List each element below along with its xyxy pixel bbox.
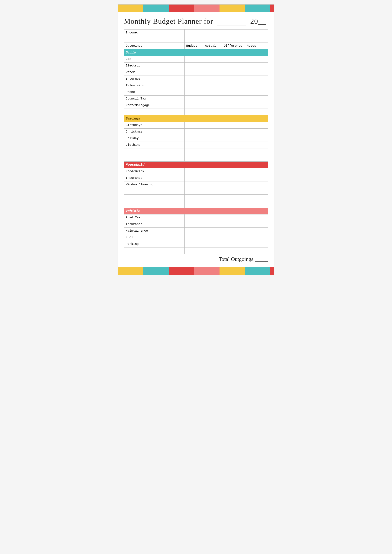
notes-cell[interactable] — [245, 241, 268, 248]
notes-cell[interactable] — [245, 201, 268, 208]
diff-cell[interactable] — [222, 102, 245, 109]
diff-cell[interactable] — [222, 228, 245, 234]
notes-cell[interactable] — [245, 228, 268, 234]
actual-cell[interactable] — [203, 63, 222, 69]
notes-cell[interactable] — [245, 56, 268, 63]
budget-cell[interactable] — [184, 89, 203, 96]
actual-cell[interactable] — [203, 69, 222, 76]
notes-cell[interactable] — [245, 102, 268, 109]
diff-cell[interactable] — [222, 82, 245, 89]
diff-cell[interactable] — [222, 122, 245, 128]
diff-cell[interactable] — [222, 214, 245, 221]
notes-cell[interactable] — [245, 135, 268, 142]
budget-cell[interactable] — [184, 122, 203, 128]
actual-cell[interactable] — [203, 82, 222, 89]
budget-cell[interactable] — [184, 135, 203, 142]
notes-cell[interactable] — [245, 76, 268, 82]
budget-cell[interactable] — [184, 63, 203, 69]
notes-cell[interactable] — [245, 149, 268, 155]
diff-cell[interactable] — [222, 109, 245, 115]
notes-cell[interactable] — [245, 82, 268, 89]
diff-cell[interactable] — [222, 181, 245, 188]
diff-cell[interactable] — [222, 142, 245, 149]
notes-cell[interactable] — [245, 63, 268, 69]
diff-cell[interactable] — [222, 56, 245, 63]
month-underline[interactable] — [217, 17, 246, 26]
actual-cell[interactable] — [203, 228, 222, 234]
budget-cell[interactable] — [184, 76, 203, 82]
actual-cell[interactable] — [203, 234, 222, 241]
budget-cell[interactable] — [184, 234, 203, 241]
diff-cell[interactable] — [222, 221, 245, 228]
income-diff-cell[interactable] — [222, 29, 245, 36]
actual-cell[interactable] — [203, 241, 222, 248]
actual-cell[interactable] — [203, 155, 222, 162]
notes-cell[interactable] — [245, 122, 268, 128]
budget-cell[interactable] — [184, 69, 203, 76]
diff-cell[interactable] — [222, 175, 245, 181]
actual-cell[interactable] — [203, 214, 222, 221]
notes-cell[interactable] — [245, 248, 268, 254]
income-notes-cell[interactable] — [245, 29, 268, 36]
diff-cell[interactable] — [222, 155, 245, 162]
budget-cell[interactable] — [184, 149, 203, 155]
diff-cell[interactable] — [222, 128, 245, 135]
actual-cell[interactable] — [203, 221, 222, 228]
budget-cell[interactable] — [184, 155, 203, 162]
diff-cell[interactable] — [222, 168, 245, 175]
budget-cell[interactable] — [184, 96, 203, 102]
notes-cell[interactable] — [245, 96, 268, 102]
budget-cell[interactable] — [184, 214, 203, 221]
budget-cell[interactable] — [184, 102, 203, 109]
actual-cell[interactable] — [203, 248, 222, 254]
notes-cell[interactable] — [245, 214, 268, 221]
actual-cell[interactable] — [203, 109, 222, 115]
income-budget-cell[interactable] — [184, 29, 203, 36]
budget-cell[interactable] — [184, 188, 203, 195]
actual-cell[interactable] — [203, 175, 222, 181]
budget-cell[interactable] — [184, 228, 203, 234]
actual-cell[interactable] — [203, 149, 222, 155]
diff-cell[interactable] — [222, 63, 245, 69]
notes-cell[interactable] — [245, 175, 268, 181]
notes-cell[interactable] — [245, 188, 268, 195]
budget-cell[interactable] — [184, 221, 203, 228]
diff-cell[interactable] — [222, 135, 245, 142]
diff-cell[interactable] — [222, 76, 245, 82]
actual-cell[interactable] — [203, 89, 222, 96]
diff-cell[interactable] — [222, 188, 245, 195]
notes-cell[interactable] — [245, 221, 268, 228]
notes-cell[interactable] — [245, 168, 268, 175]
diff-cell[interactable] — [222, 195, 245, 201]
notes-cell[interactable] — [245, 109, 268, 115]
diff-cell[interactable] — [222, 241, 245, 248]
actual-cell[interactable] — [203, 96, 222, 102]
actual-cell[interactable] — [203, 201, 222, 208]
budget-cell[interactable] — [184, 128, 203, 135]
income-actual-cell[interactable] — [203, 29, 222, 36]
diff-cell[interactable] — [222, 234, 245, 241]
budget-cell[interactable] — [184, 109, 203, 115]
diff-cell[interactable] — [222, 201, 245, 208]
actual-cell[interactable] — [203, 122, 222, 128]
budget-cell[interactable] — [184, 241, 203, 248]
budget-cell[interactable] — [184, 56, 203, 63]
budget-cell[interactable] — [184, 142, 203, 149]
diff-cell[interactable] — [222, 149, 245, 155]
notes-cell[interactable] — [245, 128, 268, 135]
budget-cell[interactable] — [184, 168, 203, 175]
budget-cell[interactable] — [184, 195, 203, 201]
notes-cell[interactable] — [245, 89, 268, 96]
actual-cell[interactable] — [203, 56, 222, 63]
actual-cell[interactable] — [203, 102, 222, 109]
diff-cell[interactable] — [222, 69, 245, 76]
actual-cell[interactable] — [203, 168, 222, 175]
notes-cell[interactable] — [245, 155, 268, 162]
notes-cell[interactable] — [245, 181, 268, 188]
actual-cell[interactable] — [203, 128, 222, 135]
budget-cell[interactable] — [184, 201, 203, 208]
actual-cell[interactable] — [203, 195, 222, 201]
actual-cell[interactable] — [203, 142, 222, 149]
budget-cell[interactable] — [184, 175, 203, 181]
actual-cell[interactable] — [203, 188, 222, 195]
